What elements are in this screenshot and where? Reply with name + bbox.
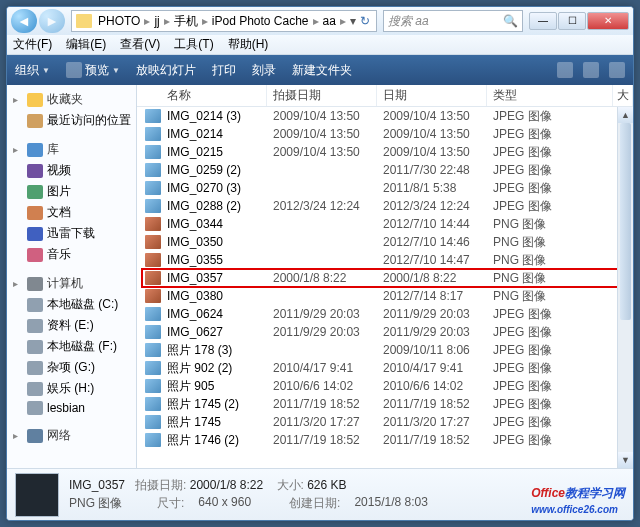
- print-button[interactable]: 打印: [212, 62, 236, 79]
- file-icon: [145, 379, 161, 393]
- file-row[interactable]: IMG_0288 (2)2012/3/24 12:242012/3/24 12:…: [137, 197, 617, 215]
- breadcrumb-item[interactable]: aa: [321, 14, 338, 28]
- sidebar-pictures[interactable]: 图片: [9, 181, 134, 202]
- file-date: 2012/7/10 14:46: [383, 235, 493, 249]
- file-icon: [145, 325, 161, 339]
- file-row[interactable]: IMG_06272011/9/29 20:032011/9/29 20:03JP…: [137, 323, 617, 341]
- file-date: 2010/6/6 14:02: [383, 379, 493, 393]
- sidebar-video[interactable]: 视频: [9, 160, 134, 181]
- status-type: PNG 图像: [69, 495, 122, 512]
- sidebar-recent[interactable]: 最近访问的位置: [9, 110, 134, 131]
- file-row[interactable]: IMG_02152009/10/4 13:502009/10/4 13:50JP…: [137, 143, 617, 161]
- download-icon: [27, 227, 43, 241]
- sidebar-drive-e[interactable]: 资料 (E:): [9, 315, 134, 336]
- breadcrumb-item[interactable]: PHOTO: [96, 14, 142, 28]
- file-shot-date: 2011/9/29 20:03: [273, 325, 383, 339]
- address-bar[interactable]: PHOTO▸jj▸手机▸iPod Photo Cache▸aa▸ ▾ ↻: [71, 10, 377, 32]
- file-type: JPEG 图像: [493, 396, 617, 413]
- file-row[interactable]: IMG_0270 (3)2011/8/1 5:38JPEG 图像: [137, 179, 617, 197]
- scroll-up-button[interactable]: ▲: [618, 107, 633, 123]
- scroll-down-button[interactable]: ▼: [618, 452, 633, 468]
- preview-button[interactable]: 预览▼: [66, 62, 120, 79]
- sidebar-favorites[interactable]: ▸收藏夹: [9, 89, 134, 110]
- view-icon[interactable]: [557, 62, 573, 78]
- file-type: JPEG 图像: [493, 360, 617, 377]
- file-type: PNG 图像: [493, 288, 617, 305]
- file-row[interactable]: 照片 1745 (2)2011/7/19 18:522011/7/19 18:5…: [137, 395, 617, 413]
- refresh-button[interactable]: ↻: [359, 14, 372, 28]
- file-row[interactable]: IMG_03502012/7/10 14:46PNG 图像: [137, 233, 617, 251]
- newfolder-button[interactable]: 新建文件夹: [292, 62, 352, 79]
- content-pane: 名称 拍摄日期 日期 类型 大 IMG_0214 (3)2009/10/4 13…: [137, 85, 633, 468]
- preview-pane-icon[interactable]: [583, 62, 599, 78]
- file-row[interactable]: IMG_02142009/10/4 13:502009/10/4 13:50JP…: [137, 125, 617, 143]
- file-icon: [145, 181, 161, 195]
- menu-help[interactable]: 帮助(H): [228, 36, 269, 53]
- search-input[interactable]: 搜索 aa 🔍: [383, 10, 523, 32]
- file-row[interactable]: IMG_03802012/7/14 8:17PNG 图像: [137, 287, 617, 305]
- sidebar-drive-g[interactable]: 杂项 (G:): [9, 357, 134, 378]
- breadcrumb-item[interactable]: 手机: [172, 13, 200, 30]
- file-row[interactable]: IMG_06242011/9/29 20:032011/9/29 20:03JP…: [137, 305, 617, 323]
- file-row[interactable]: IMG_0259 (2)2011/7/30 22:48JPEG 图像: [137, 161, 617, 179]
- col-type[interactable]: 类型: [487, 85, 613, 106]
- file-row[interactable]: 照片 178 (3)2009/10/11 8:06JPEG 图像: [137, 341, 617, 359]
- sidebar-drive-f[interactable]: 本地磁盘 (F:): [9, 336, 134, 357]
- sidebar-drive-h[interactable]: 娱乐 (H:): [9, 378, 134, 399]
- slideshow-button[interactable]: 放映幻灯片: [136, 62, 196, 79]
- sidebar-thunder[interactable]: 迅雷下载: [9, 223, 134, 244]
- col-date[interactable]: 日期: [377, 85, 487, 106]
- menu-edit[interactable]: 编辑(E): [66, 36, 106, 53]
- back-button[interactable]: ◄: [11, 9, 37, 33]
- sidebar-music[interactable]: 音乐: [9, 244, 134, 265]
- col-shot-date[interactable]: 拍摄日期: [267, 85, 377, 106]
- library-icon: [27, 143, 43, 157]
- file-row[interactable]: IMG_03442012/7/10 14:44PNG 图像: [137, 215, 617, 233]
- breadcrumb[interactable]: PHOTO▸jj▸手机▸iPod Photo Cache▸aa▸: [96, 13, 348, 30]
- vertical-scrollbar[interactable]: ▲ ▼: [617, 107, 633, 468]
- file-name: IMG_0357: [167, 271, 273, 285]
- file-row[interactable]: 照片 1746 (2)2011/7/19 18:522011/7/19 18:5…: [137, 431, 617, 449]
- menu-view[interactable]: 查看(V): [120, 36, 160, 53]
- file-icon: [145, 307, 161, 321]
- minimize-button[interactable]: —: [529, 12, 557, 30]
- help-icon[interactable]: [609, 62, 625, 78]
- video-icon: [27, 164, 43, 178]
- sidebar-drive-c[interactable]: 本地磁盘 (C:): [9, 294, 134, 315]
- col-name[interactable]: 名称: [137, 85, 267, 106]
- file-shot-date: 2011/7/19 18:52: [273, 433, 383, 447]
- forward-button[interactable]: ►: [39, 9, 65, 33]
- network-icon: [27, 429, 43, 443]
- sidebar-lesbian[interactable]: lesbian: [9, 399, 134, 417]
- scroll-thumb[interactable]: [620, 123, 631, 320]
- file-row[interactable]: 照片 17452011/3/20 17:272011/3/20 17:27JPE…: [137, 413, 617, 431]
- burn-button[interactable]: 刻录: [252, 62, 276, 79]
- file-row[interactable]: 照片 9052010/6/6 14:022010/6/6 14:02JPEG 图…: [137, 377, 617, 395]
- menu-bar: 文件(F) 编辑(E) 查看(V) 工具(T) 帮助(H): [7, 35, 633, 55]
- preview-icon: [66, 62, 82, 78]
- file-row[interactable]: IMG_03572000/1/8 8:222000/1/8 8:22PNG 图像: [137, 269, 617, 287]
- file-shot-date: 2009/10/4 13:50: [273, 145, 383, 159]
- sidebar-documents[interactable]: 文档: [9, 202, 134, 223]
- file-icon: [145, 253, 161, 267]
- file-list[interactable]: IMG_0214 (3)2009/10/4 13:502009/10/4 13:…: [137, 107, 617, 468]
- close-button[interactable]: ✕: [587, 12, 629, 30]
- sidebar-computer[interactable]: ▸计算机: [9, 273, 134, 294]
- file-icon: [145, 235, 161, 249]
- menu-tools[interactable]: 工具(T): [174, 36, 213, 53]
- maximize-button[interactable]: ☐: [558, 12, 586, 30]
- organize-button[interactable]: 组织▼: [15, 62, 50, 79]
- file-row[interactable]: IMG_0214 (3)2009/10/4 13:502009/10/4 13:…: [137, 107, 617, 125]
- file-row[interactable]: IMG_03552012/7/10 14:47PNG 图像: [137, 251, 617, 269]
- menu-file[interactable]: 文件(F): [13, 36, 52, 53]
- file-type: JPEG 图像: [493, 414, 617, 431]
- sidebar-library[interactable]: ▸库: [9, 139, 134, 160]
- breadcrumb-item[interactable]: jj: [152, 14, 161, 28]
- chevron-right-icon: ▸: [338, 14, 348, 28]
- address-dropdown[interactable]: ▾: [348, 14, 359, 28]
- file-row[interactable]: 照片 902 (2)2010/4/17 9:412010/4/17 9:41JP…: [137, 359, 617, 377]
- breadcrumb-item[interactable]: iPod Photo Cache: [210, 14, 311, 28]
- pictures-icon: [27, 185, 43, 199]
- sidebar-network[interactable]: ▸网络: [9, 425, 134, 446]
- col-size[interactable]: 大: [613, 85, 633, 106]
